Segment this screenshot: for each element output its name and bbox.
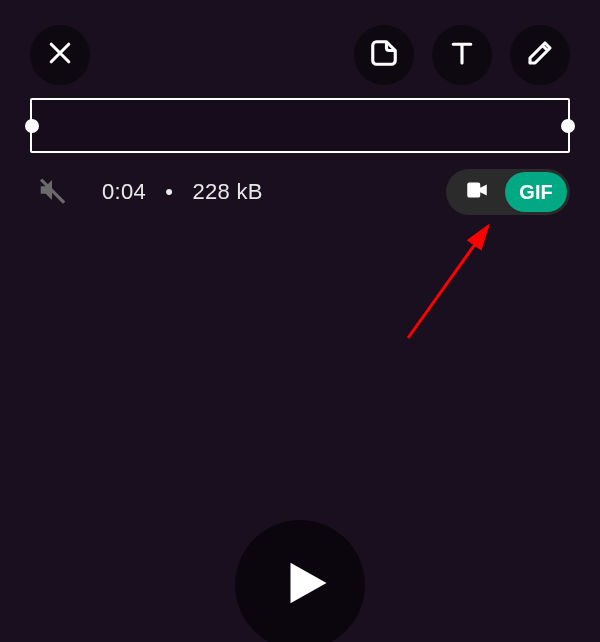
media-info-row: 0:04 • 228 kB GIF	[30, 168, 570, 216]
media-meta: 0:04 • 228 kB	[102, 179, 263, 205]
meta-separator: •	[165, 179, 173, 204]
annotation-arrow	[398, 218, 508, 348]
toggle-video-option[interactable]	[449, 172, 505, 212]
toolbar-actions	[354, 25, 570, 85]
filesize-label: 228 kB	[193, 179, 263, 204]
close-icon	[45, 38, 75, 72]
play-icon	[269, 556, 331, 614]
duration-label: 0:04	[102, 179, 146, 204]
video-camera-icon	[464, 177, 490, 207]
svg-line-1	[408, 226, 488, 338]
toggle-gif-option[interactable]: GIF	[505, 172, 567, 212]
sticker-button[interactable]	[354, 25, 414, 85]
video-gif-toggle: GIF	[446, 169, 570, 215]
close-button[interactable]	[30, 25, 90, 85]
text-icon	[447, 38, 477, 72]
trim-handle-start[interactable]	[25, 119, 39, 133]
text-button[interactable]	[432, 25, 492, 85]
mute-button[interactable]	[30, 170, 74, 214]
play-button[interactable]	[235, 520, 365, 642]
trim-handle-end[interactable]	[561, 119, 575, 133]
gif-label: GIF	[519, 181, 552, 204]
speaker-muted-icon	[37, 175, 67, 209]
video-trimmer[interactable]	[30, 98, 570, 153]
pencil-icon	[525, 38, 555, 72]
sticker-icon	[369, 38, 399, 72]
editor-toolbar	[0, 20, 600, 90]
draw-button[interactable]	[510, 25, 570, 85]
